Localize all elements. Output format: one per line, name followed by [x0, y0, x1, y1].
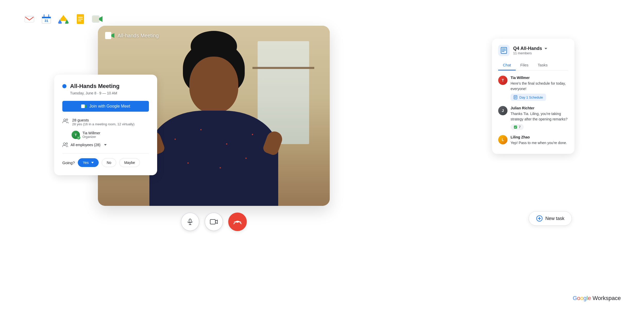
julian-avatar: J [498, 106, 507, 115]
svg-point-35 [63, 143, 65, 145]
chat-tabs: Chat Files Tasks [498, 60, 568, 71]
chat-panel-icon [498, 45, 510, 56]
meet-appbar-icon[interactable] [91, 13, 104, 25]
chat-title[interactable]: Q4 All-Hands [513, 46, 547, 51]
video-controls [98, 213, 330, 231]
keep-icon[interactable] [74, 13, 87, 25]
drive-icon[interactable] [57, 13, 70, 25]
app-bar: 31 [23, 13, 104, 25]
svg-rect-4 [42, 17, 51, 18]
going-row: Going? Yes No Maybe [62, 153, 149, 167]
julian-message-text: Thanks Tia. Liling, you're taking strate… [511, 111, 568, 122]
julian-sender-name: Julian Richter [511, 106, 568, 110]
event-title-row: All-Hands Meeting [62, 83, 149, 90]
meet-call-label: All-hands Meeting [105, 32, 159, 39]
camera-button[interactable] [205, 213, 223, 231]
guests-count: 28 guests [72, 118, 149, 122]
tab-chat[interactable]: Chat [498, 60, 516, 71]
chat-title-block: Q4 All-Hands 11 members [513, 46, 547, 55]
guests-detail: 28 yes (16 in a meeting room, 12 virtual… [72, 122, 149, 126]
julian-message-content: Julian Richter Thanks Tia. Liling, you'r… [511, 106, 568, 130]
svg-rect-31 [81, 104, 85, 108]
event-color-dot [62, 84, 66, 88]
liling-sender-name: Liling Zhao [511, 135, 568, 139]
person-face [189, 57, 238, 113]
tia-message-content: Tia Willmer Here's the final schedule fo… [511, 76, 568, 101]
liling-message-content: Liling Zhao Yep! Pass to me when you're … [511, 135, 568, 148]
event-time: Tuesday, June 8 · 9 — 10 AM [70, 91, 149, 95]
guests-row: 28 guests 28 yes (16 in a meeting room, … [62, 118, 149, 126]
svg-rect-28 [210, 219, 215, 224]
tab-tasks[interactable]: Tasks [533, 60, 552, 71]
calendar-event-card: All-Hands Meeting Tuesday, June 8 · 9 — … [54, 75, 157, 175]
calendar-icon[interactable]: 31 [40, 13, 53, 25]
chat-messages: T Tia Willmer Here's the final schedule … [498, 76, 568, 148]
tia-avatar: T [498, 76, 507, 85]
svg-rect-22 [92, 16, 99, 22]
liling-avatar: L [498, 135, 507, 144]
mic-button[interactable] [181, 213, 199, 231]
maybe-button[interactable]: Maybe [119, 158, 140, 167]
organizer-name: Tia Willmer [82, 131, 100, 135]
workspace-brand: Google Workspace [573, 295, 621, 302]
chat-panel: Q4 All-Hands 11 members Chat Files Tasks… [492, 39, 574, 154]
all-employees-row[interactable]: All employees (28) [62, 143, 149, 147]
person-body [149, 111, 278, 206]
gmail-icon[interactable] [23, 13, 36, 25]
guests-icon [62, 118, 69, 124]
tia-message-text: Here's the final schedule for today, eve… [511, 81, 568, 92]
guests-info: 28 guests 28 yes (16 in a meeting room, … [72, 118, 149, 126]
yes-button[interactable]: Yes [78, 158, 99, 167]
organizer-details: Tia Willmer Organizer [82, 131, 100, 139]
svg-rect-25 [189, 219, 191, 223]
organizer-check [77, 136, 80, 139]
no-button[interactable]: No [102, 158, 116, 167]
svg-rect-24 [105, 32, 111, 39]
all-employees-label: All employees (28) [71, 143, 100, 147]
join-meet-button[interactable]: Join with Google Meet [62, 101, 149, 112]
svg-point-34 [77, 136, 80, 139]
svg-point-36 [66, 143, 67, 144]
svg-text:31: 31 [45, 19, 48, 23]
chat-members-count: 11 members [513, 51, 547, 55]
chat-title-chevron[interactable] [545, 48, 547, 49]
shirt-pattern [149, 111, 278, 206]
end-call-button[interactable] [228, 213, 247, 231]
new-task-button[interactable]: New task [529, 211, 572, 226]
event-title: All-Hands Meeting [70, 83, 120, 90]
tia-sender-name: Tia Willmer [511, 76, 568, 80]
message-tia: T Tia Willmer Here's the final schedule … [498, 76, 568, 101]
organizer-role: Organizer [82, 135, 100, 139]
organizer-row: T Tia Willmer Organizer [72, 131, 149, 139]
all-employees-chevron[interactable] [104, 144, 107, 146]
svg-point-33 [66, 119, 68, 120]
organizer-avatar: T [72, 131, 80, 139]
message-julian: J Julian Richter Thanks Tia. Liling, you… [498, 106, 568, 130]
going-label: Going? [62, 161, 75, 165]
liling-message-text: Yep! Pass to me when you're done. [511, 140, 568, 146]
tia-attachment[interactable]: Day 1 Schedule [511, 94, 546, 101]
julian-reaction[interactable]: 7 [511, 124, 524, 130]
tab-files[interactable]: Files [516, 60, 533, 71]
chat-header: Q4 All-Hands 11 members [498, 45, 568, 56]
message-liling: L Liling Zhao Yep! Pass to me when you'r… [498, 135, 568, 148]
svg-point-32 [64, 119, 66, 121]
yes-chevron[interactable] [91, 162, 94, 163]
